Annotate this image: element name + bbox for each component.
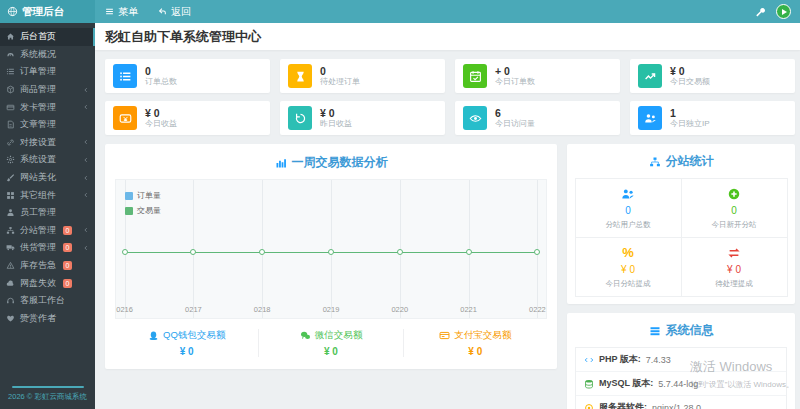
chevron-left-icon [83, 227, 89, 233]
sidebar-item-5[interactable]: 发卡管理 [0, 98, 95, 116]
sidebar-item-2[interactable]: 系统概况 [0, 46, 95, 64]
stat-value: ¥ 0 [670, 65, 710, 77]
payment-summary-item: 支付宝交易额¥ 0 [403, 329, 547, 357]
sidebar-menu: 后台首页系统概况订单管理商品管理发卡管理文章管理对接设置系统设置网站美化其它组件… [0, 23, 95, 382]
sidebar-item-17[interactable]: 赞赏作者 [0, 310, 95, 328]
brush-icon [6, 173, 15, 182]
chart-point [534, 249, 540, 255]
sidebar-item-9[interactable]: 网站美化 [0, 169, 95, 187]
sidebar-item-4[interactable]: 商品管理 [0, 81, 95, 99]
notification-badge: 0 [63, 261, 72, 270]
sidebar-item-3[interactable]: 订单管理 [0, 63, 95, 81]
stat-card-4[interactable]: ¥ 0今日交易额 [630, 59, 795, 93]
plus-icon [727, 187, 741, 201]
legend-label: 交易量 [137, 205, 161, 216]
qq-icon [148, 330, 159, 341]
payment-summary-item: 微信交易额¥ 0 [258, 329, 402, 357]
substation-cell[interactable]: 0今日新开分站 [681, 178, 788, 238]
stat-card-6[interactable]: ¥ 0昨日收益 [280, 101, 445, 135]
system-info-value: 5.7.44-log [658, 379, 698, 389]
x-axis-label: 0219 [323, 305, 340, 314]
payment-label: QQ钱包交易额 [163, 329, 225, 342]
sidebar-item-13[interactable]: 供货管理0 [0, 239, 95, 257]
sidebar-item-label: 系统设置 [20, 153, 56, 166]
menu-button[interactable]: 菜单 [95, 0, 148, 23]
article-icon [6, 120, 15, 129]
wrench-icon[interactable] [755, 7, 765, 17]
stat-label: 今日收益 [145, 119, 177, 129]
stat-value: + 0 [495, 65, 535, 77]
substation-cell[interactable]: %¥ 0今日分站提成 [575, 237, 682, 297]
substation-value: 0 [576, 205, 681, 216]
sitemap-icon [649, 156, 661, 168]
substation-label: 待处理提成 [682, 279, 787, 289]
system-info-value: 7.4.33 [646, 355, 671, 365]
calendar-icon [463, 64, 487, 88]
gauge-icon [6, 50, 15, 59]
stat-label: 昨日收益 [320, 119, 352, 129]
payment-label: 微信交易额 [315, 329, 363, 342]
sidebar-item-label: 赞赏作者 [20, 312, 56, 325]
substation-cell[interactable]: ¥ 0待处理提成 [681, 237, 788, 297]
sidebar-item-label: 发卡管理 [20, 101, 56, 114]
alipay-icon [439, 330, 450, 341]
stat-card-3[interactable]: + 0今日订单数 [455, 59, 620, 93]
sidebar-item-7[interactable]: 对接设置 [0, 134, 95, 152]
page-body[interactable]: 0订单总数0待处理订单+ 0今日订单数¥ 0今日交易额¥ 0今日收益¥ 0昨日收… [95, 50, 800, 409]
substation-label: 今日新开分站 [682, 220, 787, 230]
stat-value: 1 [670, 107, 710, 119]
stat-label: 待处理订单 [320, 77, 360, 87]
substation-title: 分站统计 [575, 149, 787, 178]
sidebar-item-8[interactable]: 系统设置 [0, 151, 95, 169]
sidebar-item-15[interactable]: 网盘失效0 [0, 274, 95, 292]
sidebar-item-label: 库存告急 [20, 259, 56, 272]
chart-point [397, 249, 403, 255]
stat-value: ¥ 0 [320, 107, 352, 119]
stat-card-8[interactable]: 1今日独立IP [630, 101, 795, 135]
sitemap-icon [6, 226, 15, 235]
ip-icon [638, 106, 662, 130]
order-list-icon [6, 67, 15, 76]
system-info-panel: 系统信息 PHP 版本:7.4.33MySQL 版本:5.7.44-log服务器… [567, 313, 795, 409]
system-info-label: 服务器软件: [599, 401, 647, 409]
system-info-row: 服务器软件:nginx/1.28.0 [576, 395, 786, 409]
sidebar-item-14[interactable]: 库存告急0 [0, 257, 95, 275]
payment-summary: QQ钱包交易额¥ 0微信交易额¥ 0支付宝交易额¥ 0 [115, 319, 547, 369]
payment-label: 支付宝交易额 [454, 329, 511, 342]
user-avatar[interactable] [776, 4, 791, 19]
stat-card-5[interactable]: ¥ 0今日收益 [105, 101, 270, 135]
topbar: 管理后台 菜单 返回 [0, 0, 800, 23]
code-icon [584, 355, 594, 365]
system-info-row: PHP 版本:7.4.33 [576, 348, 786, 371]
sidebar-item-1[interactable]: 后台首页 [0, 28, 95, 46]
notification-badge: 0 [63, 279, 72, 288]
top-nav: 菜单 返回 [95, 0, 201, 23]
sidebar-item-6[interactable]: 文章管理 [0, 116, 95, 134]
wechat-icon [300, 330, 311, 341]
sidebar-item-10[interactable]: 其它组件 [0, 186, 95, 204]
sidebar-item-11[interactable]: 员工管理 [0, 204, 95, 222]
bar-chart-icon [275, 157, 287, 169]
back-button[interactable]: 返回 [148, 0, 201, 23]
sidebar-item-16[interactable]: 客服工作台 [0, 292, 95, 310]
stock-alert-icon [6, 261, 15, 270]
substation-grid: 0分站用户总数0今日新开分站%¥ 0今日分站提成¥ 0待处理提成 [575, 178, 787, 296]
legend-item[interactable]: 交易量 [125, 205, 161, 216]
stat-value: 6 [495, 107, 535, 119]
gear-icon [6, 155, 15, 164]
chevron-left-icon [83, 175, 89, 181]
stat-card-1[interactable]: 0订单总数 [105, 59, 270, 93]
stat-card-7[interactable]: 6今日访问量 [455, 101, 620, 135]
cloud-fail-icon [6, 279, 15, 288]
chart-legend: 订单量交易量 [125, 190, 161, 220]
stat-card-2[interactable]: 0待处理订单 [280, 59, 445, 93]
back-arrow-icon [158, 7, 167, 16]
sidebar-item-12[interactable]: 分站管理0 [0, 222, 95, 240]
legend-item[interactable]: 订单量 [125, 190, 161, 201]
history-icon [288, 106, 312, 130]
line-chart[interactable]: 订单量交易量 0216021702180219022002210222 [115, 179, 547, 319]
substation-cell[interactable]: 0分站用户总数 [575, 178, 682, 238]
globe-icon [7, 6, 18, 17]
service-icon [6, 296, 15, 305]
server-icon [584, 403, 594, 409]
